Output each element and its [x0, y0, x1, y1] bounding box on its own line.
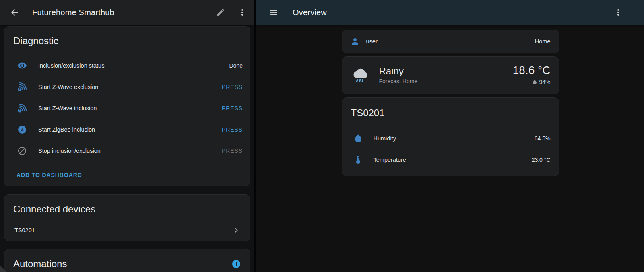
svg-text:2: 2 [19, 88, 21, 91]
row-zwave-inclusion[interactable]: 2 Start Z-Wave inclusion PRESS [4, 97, 250, 119]
row-label: Inclusion/exclusion status [38, 62, 104, 69]
weather-pouring-icon [350, 66, 369, 84]
press-button-disabled[interactable]: PRESS [222, 148, 243, 154]
row-zigbee-inclusion[interactable]: Z Start ZigBee inclusion PRESS [4, 119, 250, 140]
press-button[interactable]: PRESS [222, 84, 243, 90]
entity-label: Temperature [374, 157, 406, 163]
weather-humidity-value: 94% [539, 79, 550, 85]
view-title: Overview [293, 8, 327, 17]
person-state: Home [535, 38, 551, 45]
svg-text:2: 2 [19, 109, 21, 112]
back-button[interactable] [6, 4, 23, 21]
weather-temperature: 18.6 °C [513, 64, 551, 76]
sensor-card-title: TS0201 [342, 107, 559, 119]
entity-row-humidity[interactable]: Humidity 64.5% [342, 128, 559, 149]
entity-value: 23.0 °C [532, 157, 551, 163]
weather-subtitle: Forecast Home [379, 78, 418, 84]
overflow-menu-button[interactable] [610, 4, 626, 21]
page-title: Futurehome Smarthub [32, 8, 114, 17]
sidebar-menu-button[interactable] [265, 4, 281, 21]
connected-devices-card: Connected devices TS0201 [4, 194, 250, 241]
pencil-icon [216, 8, 225, 17]
add-to-dashboard-button[interactable]: ADD TO DASHBOARD [17, 172, 82, 178]
dots-vertical-icon [237, 8, 247, 17]
weather-condition: Rainy [379, 66, 418, 77]
sensor-card: TS0201 Humidity 64.5% Temperature 23.0 °… [342, 97, 559, 176]
person-card[interactable]: user Home [342, 30, 559, 53]
row-value: Done [229, 62, 243, 69]
automations-title: Automations [13, 258, 67, 270]
screen-corner-artifact [0, 266, 6, 272]
connected-devices-title: Connected devices [4, 195, 250, 215]
z-wave-icon: 2 [17, 82, 27, 92]
row-label: Start ZigBee inclusion [38, 126, 95, 133]
entity-row-temperature[interactable]: Temperature 23.0 °C [342, 149, 559, 170]
z-wave-icon: 2 [17, 103, 27, 113]
diagnostic-card: Diagnostic Inclusion/exclusion status Do… [4, 26, 250, 186]
entity-label: Humidity [374, 135, 396, 142]
thermometer-icon [353, 155, 363, 165]
block-icon [17, 146, 27, 156]
press-button[interactable]: PRESS [222, 126, 243, 133]
weather-card[interactable]: Rainy Forecast Home 18.6 °C 94% [342, 56, 559, 94]
arrow-left-icon [10, 8, 19, 17]
diagnostic-card-footer: ADD TO DASHBOARD [4, 165, 250, 186]
diagnostic-rows: Inclusion/exclusion status Done 2 [4, 55, 250, 161]
automations-card: Automations [4, 249, 250, 272]
diagnostic-card-title: Diagnostic [4, 27, 250, 47]
row-label: Start Z-Wave exclusion [38, 84, 98, 90]
dashboard-view: user Home [256, 25, 644, 272]
plus-circle-icon[interactable] [231, 259, 241, 269]
split-screen: Futurehome Smarthub Diagnostic [0, 0, 644, 272]
automations-header: Automations [4, 249, 250, 272]
left-app-bar: Futurehome Smarthub [0, 0, 254, 25]
device-list-item[interactable]: TS0201 [4, 220, 250, 241]
row-label: Start Z-Wave inclusion [38, 105, 97, 111]
row-label: Stop inclusion/exclusion [38, 148, 101, 154]
chevron-right-icon [231, 225, 241, 235]
overview-panel: Overview user Home [256, 0, 644, 272]
right-app-bar: Overview [256, 0, 644, 25]
weather-humidity: 94% [532, 79, 550, 85]
device-name: TS0201 [14, 227, 35, 233]
weather-main: Rainy Forecast Home [379, 66, 418, 84]
eye-icon [17, 61, 27, 70]
person-icon [350, 37, 360, 46]
row-zwave-exclusion[interactable]: 2 Start Z-Wave exclusion PRESS [4, 76, 250, 97]
humidity-icon [353, 134, 363, 143]
device-detail-panel: Futurehome Smarthub Diagnostic [0, 0, 256, 272]
menu-icon [268, 8, 278, 17]
row-stop-inclusion[interactable]: Stop inclusion/exclusion PRESS [4, 140, 250, 161]
press-button[interactable]: PRESS [222, 105, 243, 111]
dots-vertical-icon [613, 8, 623, 17]
overflow-menu-button[interactable] [234, 4, 250, 21]
person-name: user [366, 38, 378, 45]
zigbee-icon: Z [17, 125, 27, 134]
row-inclusion-status: Inclusion/exclusion status Done [4, 55, 250, 76]
edit-button[interactable] [213, 4, 229, 21]
humidity-icon [532, 80, 537, 85]
weather-readings: 18.6 °C 94% [513, 64, 551, 85]
svg-text:Z: Z [21, 127, 24, 132]
entity-value: 64.5% [535, 135, 551, 142]
